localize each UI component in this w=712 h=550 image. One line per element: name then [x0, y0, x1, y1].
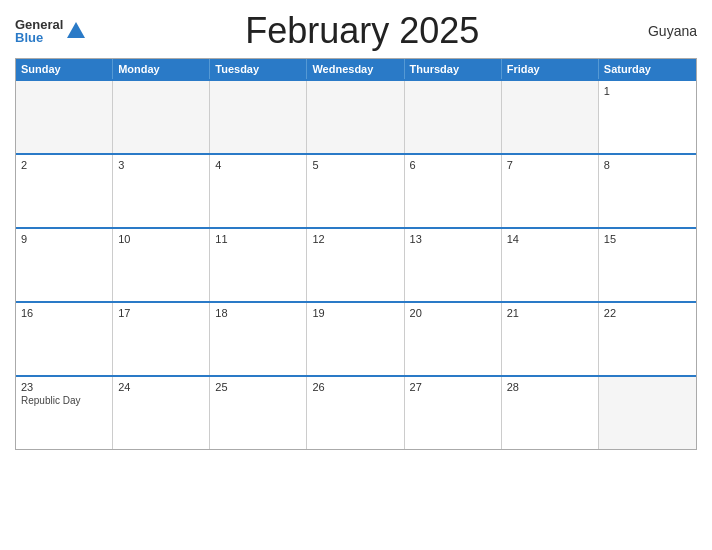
header: General Blue February 2025 Guyana — [15, 10, 697, 52]
day-number: 27 — [410, 381, 496, 393]
calendar-cell: 24 — [113, 377, 210, 449]
calendar-cell: 27 — [405, 377, 502, 449]
day-number: 26 — [312, 381, 398, 393]
logo-blue-text: Blue — [15, 31, 63, 44]
country-label: Guyana — [637, 23, 697, 39]
calendar-cell: 19 — [307, 303, 404, 375]
day-number: 6 — [410, 159, 496, 171]
calendar-header-cell: Tuesday — [210, 59, 307, 79]
page: General Blue February 2025 Guyana Sunday… — [0, 0, 712, 550]
svg-marker-0 — [67, 22, 85, 38]
day-number: 5 — [312, 159, 398, 171]
day-number: 12 — [312, 233, 398, 245]
calendar-cell: 10 — [113, 229, 210, 301]
day-number: 21 — [507, 307, 593, 319]
calendar-cell: 18 — [210, 303, 307, 375]
calendar-cell: 15 — [599, 229, 696, 301]
calendar-week-row: 2345678 — [16, 153, 696, 227]
calendar-header-cell: Thursday — [405, 59, 502, 79]
calendar-cell: 11 — [210, 229, 307, 301]
day-number: 4 — [215, 159, 301, 171]
calendar-cell: 28 — [502, 377, 599, 449]
calendar-week-row: 9101112131415 — [16, 227, 696, 301]
calendar-cell: 14 — [502, 229, 599, 301]
day-number: 9 — [21, 233, 107, 245]
calendar-cell: 17 — [113, 303, 210, 375]
calendar-cell — [307, 81, 404, 153]
calendar-cell: 4 — [210, 155, 307, 227]
calendar-cell — [405, 81, 502, 153]
day-number: 19 — [312, 307, 398, 319]
calendar-cell: 3 — [113, 155, 210, 227]
calendar-cell: 22 — [599, 303, 696, 375]
calendar-cell: 9 — [16, 229, 113, 301]
calendar-week-row: 1 — [16, 79, 696, 153]
calendar-header-row: SundayMondayTuesdayWednesdayThursdayFrid… — [16, 59, 696, 79]
logo: General Blue — [15, 18, 87, 44]
day-number: 10 — [118, 233, 204, 245]
day-number: 7 — [507, 159, 593, 171]
calendar-cell: 20 — [405, 303, 502, 375]
calendar-cell — [16, 81, 113, 153]
calendar-header-cell: Sunday — [16, 59, 113, 79]
day-number: 25 — [215, 381, 301, 393]
calendar-cell — [113, 81, 210, 153]
day-number: 2 — [21, 159, 107, 171]
calendar-cell: 21 — [502, 303, 599, 375]
day-number: 16 — [21, 307, 107, 319]
day-number: 14 — [507, 233, 593, 245]
day-number: 11 — [215, 233, 301, 245]
page-title: February 2025 — [87, 10, 637, 52]
calendar-cell: 5 — [307, 155, 404, 227]
calendar-header-cell: Wednesday — [307, 59, 404, 79]
calendar-header-cell: Friday — [502, 59, 599, 79]
day-number: 17 — [118, 307, 204, 319]
calendar-cell — [210, 81, 307, 153]
day-number: 22 — [604, 307, 691, 319]
calendar-cell — [502, 81, 599, 153]
calendar-cell: 8 — [599, 155, 696, 227]
calendar: SundayMondayTuesdayWednesdayThursdayFrid… — [15, 58, 697, 450]
day-number: 18 — [215, 307, 301, 319]
calendar-cell: 13 — [405, 229, 502, 301]
day-number: 8 — [604, 159, 691, 171]
day-number: 28 — [507, 381, 593, 393]
calendar-cell: 7 — [502, 155, 599, 227]
calendar-header-cell: Monday — [113, 59, 210, 79]
calendar-week-row: 23Republic Day2425262728 — [16, 375, 696, 449]
calendar-cell — [599, 377, 696, 449]
calendar-week-row: 16171819202122 — [16, 301, 696, 375]
day-number: 15 — [604, 233, 691, 245]
day-number: 13 — [410, 233, 496, 245]
calendar-body: 1234567891011121314151617181920212223Rep… — [16, 79, 696, 449]
day-number: 24 — [118, 381, 204, 393]
calendar-cell: 2 — [16, 155, 113, 227]
calendar-cell: 16 — [16, 303, 113, 375]
calendar-cell: 6 — [405, 155, 502, 227]
calendar-cell: 25 — [210, 377, 307, 449]
day-number: 1 — [604, 85, 691, 97]
day-number: 20 — [410, 307, 496, 319]
day-event: Republic Day — [21, 395, 107, 406]
calendar-cell: 1 — [599, 81, 696, 153]
day-number: 3 — [118, 159, 204, 171]
day-number: 23 — [21, 381, 107, 393]
calendar-header-cell: Saturday — [599, 59, 696, 79]
calendar-cell: 12 — [307, 229, 404, 301]
calendar-cell: 23Republic Day — [16, 377, 113, 449]
calendar-cell: 26 — [307, 377, 404, 449]
logo-icon — [65, 20, 87, 42]
